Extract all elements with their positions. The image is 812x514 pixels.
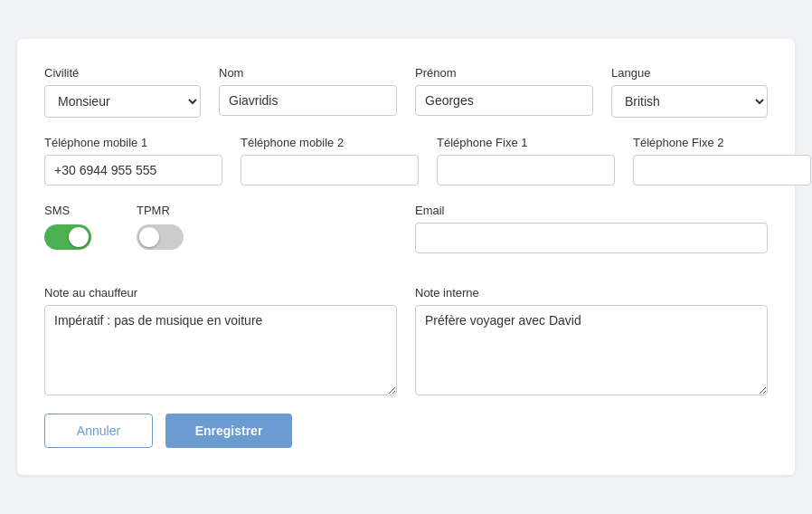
civilite-group: Civilité Monsieur Madame Mademoiselle (44, 66, 201, 118)
toggle-group: SMS TPMR (44, 204, 397, 250)
sms-toggle[interactable] (44, 224, 91, 250)
nom-label: Nom (219, 66, 397, 80)
row-sms-email: SMS TPMR Email (44, 204, 768, 268)
sms-label: SMS (44, 204, 70, 217)
prenom-input[interactable] (415, 85, 593, 116)
save-button[interactable]: Enregistrer (165, 414, 292, 448)
tel-fixe2-label: Téléphone Fixe 2 (633, 136, 811, 149)
row-notes: Note au chauffeur Impératif : pas de mus… (44, 286, 768, 395)
cancel-button[interactable]: Annuler (44, 414, 153, 448)
tpmr-toggle-item: TPMR (137, 204, 184, 250)
tel-mobile2-label: Téléphone mobile 2 (241, 136, 419, 149)
note-chauffeur-label: Note au chauffeur (44, 286, 397, 300)
civilite-select[interactable]: Monsieur Madame Mademoiselle (44, 85, 201, 118)
sms-toggle-item: SMS (44, 204, 91, 250)
row-civility-name: Civilité Monsieur Madame Mademoiselle No… (44, 66, 768, 118)
tel-mobile1-label: Téléphone mobile 1 (44, 136, 222, 149)
note-interne-label: Note interne (415, 286, 768, 300)
tel-mobile1-group: Téléphone mobile 1 (44, 136, 222, 186)
tel-mobile1-input[interactable] (44, 155, 222, 186)
tel-fixe1-input[interactable] (437, 155, 615, 186)
sms-tpmr-section: SMS TPMR (44, 204, 397, 268)
tel-mobile2-group: Téléphone mobile 2 (241, 136, 419, 186)
prenom-label: Prénom (415, 66, 593, 80)
tpmr-slider (137, 224, 184, 250)
email-group: Email (415, 204, 768, 253)
nom-group: Nom (219, 66, 397, 118)
note-chauffeur-group: Note au chauffeur Impératif : pas de mus… (44, 286, 397, 395)
langue-label: Langue (611, 66, 768, 80)
nom-input[interactable] (219, 85, 397, 116)
civilite-label: Civilité (44, 66, 201, 80)
form-container: Civilité Monsieur Madame Mademoiselle No… (17, 39, 795, 475)
tel-mobile2-input[interactable] (241, 155, 419, 186)
tel-fixe2-input[interactable] (633, 155, 811, 186)
email-section: Email (415, 204, 768, 268)
tpmr-toggle[interactable] (137, 224, 184, 250)
langue-select[interactable]: British French German Spanish (611, 85, 768, 118)
email-label: Email (415, 204, 768, 217)
button-row: Annuler Enregistrer (44, 414, 768, 448)
note-interne-textarea[interactable]: Préfère voyager avec David (415, 305, 768, 395)
tel-fixe2-group: Téléphone Fixe 2 (633, 136, 811, 186)
note-chauffeur-textarea[interactable]: Impératif : pas de musique en voiture (44, 305, 397, 395)
tpmr-label: TPMR (137, 204, 170, 217)
tel-fixe1-group: Téléphone Fixe 1 (437, 136, 615, 186)
email-input[interactable] (415, 223, 768, 253)
langue-group: Langue British French German Spanish (611, 66, 768, 118)
row-phones: Téléphone mobile 1 Téléphone mobile 2 Té… (44, 136, 768, 186)
note-interne-group: Note interne Préfère voyager avec David (415, 286, 768, 395)
tel-fixe1-label: Téléphone Fixe 1 (437, 136, 615, 149)
prenom-group: Prénom (415, 66, 593, 118)
sms-slider (44, 224, 91, 250)
